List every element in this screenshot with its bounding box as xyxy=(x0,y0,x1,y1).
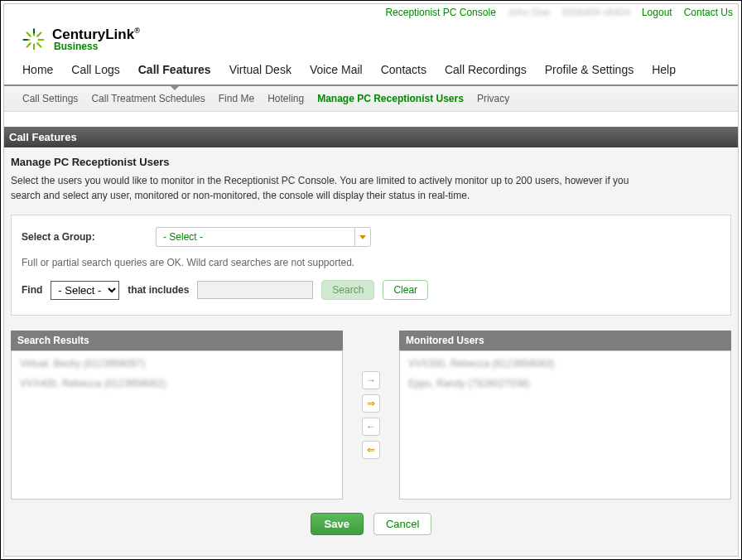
nav-voice-mail[interactable]: Voice Mail xyxy=(310,63,363,76)
remove-button[interactable]: ← xyxy=(362,418,380,436)
search-hint-text: Full or partial search queries are OK. W… xyxy=(22,257,720,268)
search-results-column: Search Results Virtual, Becky (812395809… xyxy=(11,331,343,500)
top-utility-links: Receptionist PC Console John Doe 5556404… xyxy=(4,4,738,21)
group-select-toggle[interactable] xyxy=(354,227,371,247)
group-select-value: - Select - xyxy=(156,227,354,247)
find-field-select[interactable]: - Select - xyxy=(51,281,119,300)
contact-us-link[interactable]: Contact Us xyxy=(684,7,733,18)
starburst-icon xyxy=(22,28,46,51)
svg-line-7 xyxy=(27,43,31,46)
clear-button[interactable]: Clear xyxy=(383,280,428,300)
subnav-call-settings[interactable]: Call Settings xyxy=(22,93,78,104)
nav-call-features[interactable]: Call Features xyxy=(138,63,211,76)
nav-call-recordings[interactable]: Call Recordings xyxy=(445,63,527,76)
sub-nav: Call SettingsCall Treatment SchedulesFin… xyxy=(4,86,738,112)
add-button[interactable]: → xyxy=(362,371,380,389)
transfer-buttons-column: → ⇒ ← ⇐ xyxy=(346,331,396,500)
search-results-header: Search Results xyxy=(11,331,343,350)
nav-contacts[interactable]: Contacts xyxy=(381,63,426,76)
find-text-input[interactable] xyxy=(197,281,313,299)
list-item[interactable]: VVX300, Rebecca (8123958083) xyxy=(408,358,722,369)
list-item[interactable]: VVX400, Rebecca (8123958062) xyxy=(20,378,334,389)
subnav-privacy[interactable]: Privacy xyxy=(477,93,509,104)
search-panel: Select a Group: - Select - Full or parti… xyxy=(11,215,731,316)
dual-list: Search Results Virtual, Becky (812395809… xyxy=(11,331,731,500)
page-description: Select the users you would like to monit… xyxy=(11,173,657,203)
subnav-hoteling[interactable]: Hoteling xyxy=(267,93,304,104)
subnav-find-me[interactable]: Find Me xyxy=(219,93,254,104)
find-row: Find - Select - that includes Search Cle… xyxy=(22,280,720,300)
brand-row: CenturyLink® Business xyxy=(4,21,738,56)
arrow-right-icon: → xyxy=(366,374,376,386)
cancel-button[interactable]: Cancel xyxy=(373,513,431,535)
remove-all-button[interactable]: ⇐ xyxy=(362,441,380,459)
double-arrow-right-icon: ⇒ xyxy=(367,398,375,409)
nav-virtual-desk[interactable]: Virtual Desk xyxy=(229,63,292,76)
that-includes-label: that includes xyxy=(128,284,189,296)
footer-buttons: Save Cancel xyxy=(11,500,731,542)
search-button[interactable]: Search xyxy=(321,280,374,300)
svg-line-5 xyxy=(37,43,41,46)
brand-text: CenturyLink® Business xyxy=(52,27,140,51)
subnav-call-treatment-schedules[interactable]: Call Treatment Schedules xyxy=(91,93,205,104)
brand-subname: Business xyxy=(54,41,140,51)
nav-home[interactable]: Home xyxy=(22,63,53,76)
user-extension-text: 5556404 x6404 xyxy=(561,7,630,18)
monitored-users-list[interactable]: VVX300, Rebecca (8123958083)Epps, Randy … xyxy=(399,350,731,500)
chevron-down-icon xyxy=(359,235,366,239)
content-area: Manage PC Receptionist Users Select the … xyxy=(4,147,738,556)
group-select[interactable]: - Select - xyxy=(156,227,371,247)
registered-icon: ® xyxy=(134,27,140,35)
save-button[interactable]: Save xyxy=(311,513,364,535)
svg-line-4 xyxy=(27,32,31,36)
list-item[interactable]: Epps, Randy (7928027038) xyxy=(408,378,722,389)
search-results-list[interactable]: Virtual, Becky (8123958097)VVX400, Rebec… xyxy=(11,350,343,500)
group-label: Select a Group: xyxy=(22,231,146,243)
user-name-text: John Doe xyxy=(508,7,550,18)
svg-line-6 xyxy=(37,32,41,36)
nav-profile-settings[interactable]: Profile & Settings xyxy=(545,63,634,76)
logout-link[interactable]: Logout xyxy=(642,7,672,18)
section-title-bar: Call Features xyxy=(4,127,738,147)
list-item[interactable]: Virtual, Becky (8123958097) xyxy=(20,358,334,369)
nav-call-logs[interactable]: Call Logs xyxy=(71,63,119,76)
arrow-left-icon: ← xyxy=(366,421,376,432)
subnav-manage-pc-receptionist-users[interactable]: Manage PC Receptionist Users xyxy=(317,93,464,104)
add-all-button[interactable]: ⇒ xyxy=(362,394,380,413)
brand-logo: CenturyLink® Business xyxy=(22,27,720,51)
find-label: Find xyxy=(22,284,42,296)
double-arrow-left-icon: ⇐ xyxy=(367,444,375,456)
main-nav: HomeCall LogsCall FeaturesVirtual DeskVo… xyxy=(4,56,738,86)
group-row: Select a Group: - Select - xyxy=(22,227,720,247)
nav-help[interactable]: Help xyxy=(652,63,676,76)
monitored-users-header: Monitored Users xyxy=(399,331,731,350)
receptionist-console-link[interactable]: Receptionist PC Console xyxy=(385,7,495,18)
monitored-users-column: Monitored Users VVX300, Rebecca (8123958… xyxy=(399,331,731,500)
page-title: Manage PC Receptionist Users xyxy=(11,156,731,168)
